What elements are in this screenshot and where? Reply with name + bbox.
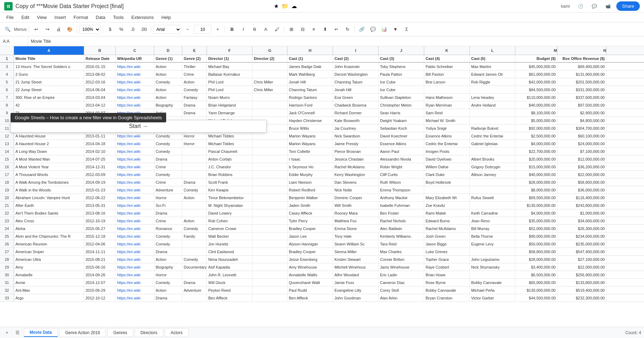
col-header-cell[interactable]: Wikipedia UR [116,55,154,62]
font-color-btn[interactable]: A [261,25,271,34]
table-cell: Clark Duke [424,171,470,178]
col-header-cell[interactable]: Box Office Revenue ($) [557,55,606,62]
decimal-less-btn[interactable]: .00 [139,25,149,34]
col-I[interactable]: I [333,46,379,55]
paint-btn[interactable]: 🎨 [65,25,75,34]
col-header-cell[interactable]: Cast (1) [287,55,333,62]
menu-item-format[interactable]: Format [70,14,91,21]
menu-item-data[interactable]: Data [92,14,109,21]
sheet-tab-directors[interactable]: Directors [135,328,163,337]
col-header-cell[interactable]: Cast (2) [333,55,379,62]
font-size-plus[interactable]: + [213,25,223,34]
row-number: 8 [0,101,14,109]
font-size-input[interactable]: 10 [194,25,211,34]
border-btn[interactable]: ⊞ [286,25,296,34]
table-cell: Michael Bay [207,63,252,70]
table-cell: Comedy [154,140,182,147]
col-header-cell[interactable]: Director (1) [207,55,252,62]
col-D[interactable]: D [154,46,182,55]
col-A[interactable]: A [14,46,84,55]
all-sheets-btn[interactable]: ☰ [13,329,22,337]
align-btn[interactable]: ≡ [309,25,319,34]
merge-btn[interactable]: ⊟ [298,25,307,34]
italic-btn[interactable]: I [238,25,248,34]
currency-btn[interactable]: $ [105,25,115,34]
sheet-tab-movie-data[interactable]: Movie Data [24,328,58,337]
col-E[interactable]: E [182,46,207,55]
font-select[interactable]: Arial [153,25,181,34]
col-B[interactable]: B [84,46,116,55]
percent-btn[interactable]: % [116,25,126,34]
col-header-cell[interactable]: Genre (2) [182,55,207,62]
table-cell: Hayden Christense [287,117,333,124]
menu-item-edit[interactable]: Edit [18,14,33,21]
rotate-btn[interactable]: ↻ [343,25,352,34]
menu-item-view[interactable]: View [33,14,50,21]
video-btn[interactable]: 📹 [603,2,614,10]
strikethrough-btn[interactable]: S [250,25,259,34]
search-btn[interactable]: 🔍 [3,25,13,34]
folder-icon[interactable]: 📁 [282,3,289,9]
link-btn[interactable]: 🔗 [357,25,367,34]
table-cell [470,148,515,155]
col-header-cell[interactable]: Cast (4) [424,55,470,62]
rows-container[interactable]: 1Movie TitleRelease DateWikipedia URGenr… [0,55,644,327]
add-sheet-btn[interactable]: + [3,329,11,337]
sheet-tab-genres[interactable]: Genres [107,328,133,337]
col-G[interactable]: G [252,46,287,55]
share-button[interactable]: Share [616,1,640,11]
decimal-more-btn[interactable]: .0 [128,25,137,34]
col-N[interactable]: N [557,46,606,55]
font-size-minus[interactable]: − [183,25,192,34]
col-header-cell[interactable]: Budget ($) [515,55,557,62]
menu-item-insert[interactable]: Insert [51,14,69,21]
zoom-select[interactable]: 100% [79,25,101,34]
table-cell: Drama [154,155,182,163]
function-btn[interactable]: Σ [402,25,412,34]
undo-btn[interactable]: ↩ [31,25,41,34]
col-L[interactable]: L [470,46,515,55]
start-button[interactable]: Start → [129,123,148,129]
table-cell: Action [182,194,207,201]
redo-btn[interactable]: ↪ [42,25,52,34]
table-cell: Ant-Man [14,286,84,294]
menu-item-help[interactable]: Help [158,14,174,21]
col-J[interactable]: J [379,46,424,55]
table-cell: Yann Demange [207,109,252,116]
chart-btn[interactable]: 📊 [379,25,389,34]
valign-btn[interactable]: ⬆ [320,25,330,34]
kami-btn[interactable]: kami [558,2,572,10]
table-cell: $2,900,000.00 [557,109,606,116]
sheet-tab-genre-action-2016[interactable]: Genre Action 2016 [59,328,106,337]
col-header-cell[interactable]: Cast (5) [470,55,515,62]
col-M[interactable]: M [515,46,557,55]
menu-item-file[interactable]: File [3,14,17,21]
row-number: 12 [0,132,14,140]
col-header-cell[interactable]: Director (2) [252,55,287,62]
cell-ref-box[interactable]: A:A [0,36,28,46]
col-K[interactable]: K [424,46,470,55]
table-row: 15A Most Wanted Man2014-07-25https://en.… [0,155,644,163]
filter-btn[interactable]: ▼ [391,25,400,34]
table-cell: Max Martini [470,63,515,70]
col-header-cell[interactable]: Release Date [84,55,116,62]
bold-btn[interactable]: B [227,25,237,34]
highlight-btn[interactable]: 🖊 [272,25,282,34]
col-H[interactable]: H [287,46,333,55]
comment-btn2[interactable]: 💬 [368,25,378,34]
sheet-tab-actors[interactable]: Actors [165,328,189,337]
table-cell: Isabelle Fuhrman [379,202,424,209]
clock-btn[interactable]: 🕐 [575,2,586,10]
star-icon[interactable]: ★ [274,3,279,9]
menu-item-tools[interactable]: Tools [109,14,127,21]
wrap-btn[interactable]: ↵ [331,25,341,34]
col-header-cell[interactable]: Movie Title [14,55,84,62]
col-header-cell[interactable]: Cast (3) [379,55,424,62]
col-F[interactable]: F [207,46,252,55]
col-C[interactable]: C [116,46,154,55]
cloud-icon[interactable]: ☁ [291,3,297,9]
menu-item-extensions[interactable]: Extensions [128,14,157,21]
print-btn[interactable]: 🖨 [54,25,63,34]
comment-btn[interactable]: 💬 [589,2,600,10]
col-header-cell[interactable]: Genre (1) [154,55,182,62]
